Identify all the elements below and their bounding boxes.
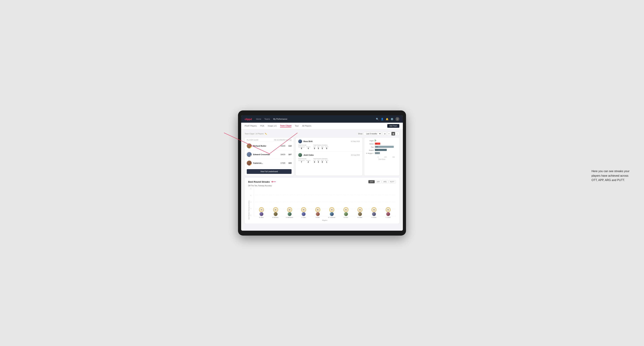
practice-col-1: Practice 4	[306, 146, 310, 149]
grid-view-btn[interactable]: ⊞	[383, 132, 387, 136]
leaderboard-panel: PLAYER NAME PB SCORE PB AVG SQ 1 Richard…	[245, 138, 294, 176]
bars-container: 7x 6x 6x	[254, 188, 396, 216]
settings-icon[interactable]: ⚙️	[390, 118, 394, 120]
stat-header-2: Josh Coles 26 Aug 2023	[298, 153, 360, 157]
streak-item-10: 3x	[382, 207, 394, 216]
filter-ott[interactable]: OTT	[368, 180, 375, 183]
streak-item-4: 5x	[297, 207, 310, 216]
x-tick-0: 0	[378, 156, 378, 158]
edit-icon[interactable]: ✏️	[265, 133, 267, 135]
streak-avatar-9	[372, 212, 376, 216]
nav-home[interactable]: Home	[256, 118, 261, 120]
bar-fill-eagles: 3	[375, 140, 376, 142]
player-info-2: 2 Edward Crossman	[247, 152, 278, 157]
bar-row-bogeys: Bogeys 311	[366, 149, 398, 151]
player-info-3: 3 Cameron...	[247, 161, 278, 166]
show-label: Show	[358, 133, 362, 135]
sub-nav-tour[interactable]: Tour	[295, 125, 298, 127]
streak-avatar-8	[358, 212, 362, 216]
stat-header-1: Rees Britt 02 Sep 2023	[298, 140, 360, 143]
filter-app[interactable]: APP	[375, 180, 381, 183]
player-count: 14 Players	[256, 133, 264, 135]
player-name-1: Richard Butler	[253, 145, 266, 147]
streak-item-9: 3x	[368, 207, 380, 216]
streak-bubble-5: 5x	[315, 207, 320, 212]
bell-icon[interactable]: 🔔	[386, 118, 388, 120]
rounds-group-2: Total Rounds Tournament 7 Practice 2	[298, 158, 310, 163]
nav-teams[interactable]: Teams	[264, 118, 270, 120]
rounds-group-1: Total Rounds Tournament 8 Practice 4	[298, 144, 310, 149]
streak-avatar-1	[260, 212, 264, 216]
streak-bubble-1: 7x	[259, 207, 264, 212]
lb-col-score: PB SCORE	[274, 139, 283, 141]
rounds-label-1: Total Rounds	[298, 144, 310, 146]
pb-score-3: 17/20	[279, 162, 285, 164]
users-icon[interactable]: 👤	[381, 118, 384, 120]
sub-nav-hcaps[interactable]: Hcaps 1-5	[268, 125, 276, 127]
stat-row-rees-britt: Rees Britt 02 Sep 2023 Total Rounds Tour…	[296, 138, 362, 151]
avatar[interactable]: U	[396, 117, 399, 121]
player-name-3: Cameron...	[253, 162, 263, 164]
streak-avatar-10	[386, 212, 390, 216]
practice-activities-group-1: Total Practice Activities OTT 0 APP 0	[313, 144, 328, 149]
arrow-icon	[271, 180, 276, 183]
stat-date-2: 26 Aug 2023	[351, 154, 360, 156]
streak-item-5: 5x	[312, 207, 324, 216]
view-leaderboard-button[interactable]: View Full Leaderboard	[247, 169, 292, 174]
sub-nav-pga[interactable]: PGA	[260, 125, 264, 127]
streak-avatar-5	[316, 212, 320, 216]
team-name: Team Clippd	[245, 133, 254, 135]
time-filter-select[interactable]: Last 3 months	[364, 132, 382, 136]
streaks-panel: Best Round Streaks OTT APP ARG PUTT Off …	[245, 178, 399, 224]
list-view-btn[interactable]: ≡	[387, 132, 391, 136]
streaks-title: Best Round Streaks	[248, 180, 276, 183]
streak-item-3: 6x	[283, 207, 296, 216]
streak-bubble-3: 6x	[287, 207, 292, 212]
bar-fill-bogeys: 311	[375, 149, 387, 151]
streaks-title-text: Best Round Streaks	[248, 180, 270, 183]
stat-avatar-1	[298, 140, 302, 143]
lb-col-name: PLAYER NAME	[247, 139, 274, 141]
pb-avg-1: 110	[287, 145, 292, 147]
ott-subtitle: Off The Tee, Fairway Accuracy	[248, 185, 396, 187]
filter-putt[interactable]: PUTT	[389, 180, 396, 183]
x-tick-200: 200	[384, 156, 386, 158]
player-info-1: 1 Richard Butler	[247, 144, 278, 148]
rank-badge-3: 3	[250, 164, 252, 166]
main-content: Team Clippd 14 Players ✏️ Show Last 3 mo…	[241, 129, 403, 231]
sub-nav-pgat[interactable]: PGAT Players	[245, 125, 257, 127]
player-name-2: Edward Crossman	[253, 154, 270, 156]
player-name-label-9: R. Butler	[368, 217, 380, 218]
stat-avatar-2	[298, 153, 302, 157]
table-view-btn[interactable]: ↕	[396, 132, 399, 136]
player-names-row: E. Ebert B. McHerg D. Billingham J. Cole…	[254, 216, 396, 219]
sub-nav-all-players[interactable]: All Players	[302, 125, 311, 127]
rank-badge-1: 1	[250, 147, 252, 148]
card-view-btn[interactable]: ▦	[391, 132, 395, 136]
search-icon[interactable]: 🔍	[376, 118, 379, 120]
streak-bubble-10: 3x	[386, 207, 390, 212]
streak-avatar-6	[330, 212, 334, 216]
players-axis-label: Players	[254, 219, 396, 221]
player-name-label-5: R. Britt	[311, 217, 324, 218]
add-team-button[interactable]: Add Team	[387, 124, 399, 128]
tablet-frame: clippd Home Teams My Performance 🔍 👤 🔔 ⚙…	[238, 110, 406, 236]
streak-avatar-4	[302, 212, 306, 216]
bars-and-labels: 7x 6x 6x	[254, 188, 396, 221]
streak-item-7: 4x	[340, 207, 352, 216]
stat-date-1: 02 Sep 2023	[351, 141, 360, 142]
streak-item-2: 6x	[269, 207, 282, 216]
stat-name-1: Rees Britt	[304, 140, 312, 142]
stat-name-2: Josh Coles	[304, 154, 314, 156]
streak-item-8: 4x	[354, 207, 366, 216]
nav-my-performance[interactable]: My Performance	[273, 118, 287, 120]
streak-bubble-4: 5x	[301, 207, 306, 212]
streak-item-1: 7x	[255, 207, 268, 216]
bar-fill-pars: 499	[375, 146, 394, 148]
nav-links: Home Teams My Performance	[256, 118, 287, 120]
sub-nav-team-clippd[interactable]: Team Clippd	[280, 125, 292, 127]
rank-badge-2: 2	[250, 155, 252, 157]
filter-arg[interactable]: ARG	[382, 180, 388, 183]
bar-row-pars: Pars 499	[366, 146, 398, 148]
streak-bubble-9: 3x	[372, 207, 376, 212]
